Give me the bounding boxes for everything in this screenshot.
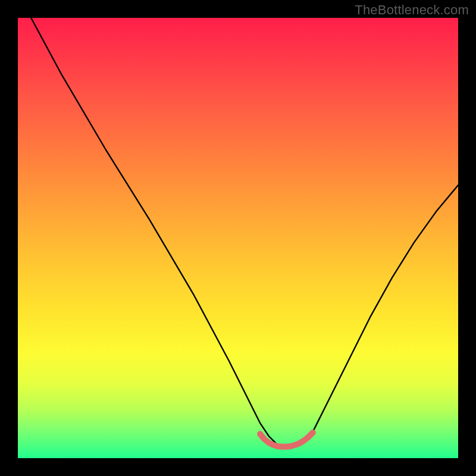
chart-frame: TheBottleneck.com: [0, 0, 476, 476]
watermark-text: TheBottleneck.com: [355, 2, 469, 18]
main-curve-path: [31, 18, 458, 445]
plot-area: [18, 18, 458, 458]
chart-overlay: [18, 18, 458, 458]
